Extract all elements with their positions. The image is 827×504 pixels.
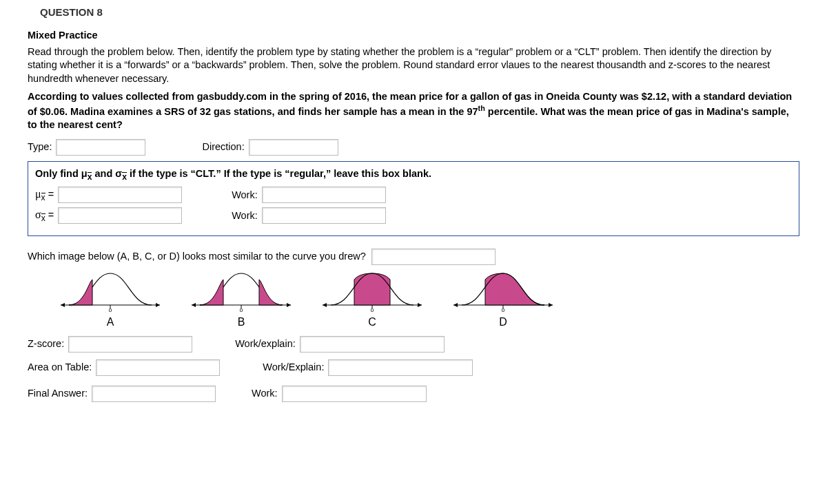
clt-header: Only find μx and σx if the type is “CLT.…: [35, 167, 792, 182]
curve-a-cell: 0 A: [55, 269, 165, 330]
final-input[interactable]: [92, 386, 216, 402]
sigma-xbar-label: σx =: [35, 207, 54, 224]
curve-d-cell: 0 D: [448, 269, 558, 330]
clt-box: Only find μx and σx if the type is “CLT.…: [28, 161, 799, 236]
final-work-label: Work:: [252, 387, 278, 401]
which-image-label: Which image below (A, B, C, or D) looks …: [28, 250, 366, 264]
svg-marker-11: [418, 303, 422, 307]
svg-marker-17: [453, 303, 458, 307]
zscore-work-input[interactable]: [300, 336, 445, 353]
direction-input[interactable]: [249, 139, 338, 156]
svg-text:0: 0: [371, 307, 374, 312]
area-work-input[interactable]: [328, 359, 473, 376]
svg-marker-2: [61, 303, 65, 307]
direction-label: Direction:: [202, 140, 244, 154]
curve-b-icon: 0: [186, 269, 296, 312]
type-input[interactable]: [56, 139, 145, 156]
curve-a-icon: 0: [55, 269, 165, 312]
section-title: Mixed Practice: [28, 29, 799, 43]
sigma-xbar-input[interactable]: [58, 207, 182, 224]
svg-text:0: 0: [502, 307, 505, 312]
curves-row: 0 A 0 B 0 C: [55, 269, 799, 330]
zscore-label: Z-score:: [28, 337, 64, 351]
sigma-work-label: Work:: [232, 209, 258, 223]
svg-marker-6: [287, 303, 291, 307]
final-label: Final Answer:: [28, 387, 88, 401]
svg-marker-12: [323, 303, 327, 307]
curve-b-cell: 0 B: [186, 269, 296, 330]
type-label: Type:: [28, 140, 52, 154]
svg-marker-7: [192, 303, 196, 307]
curve-c-label: C: [317, 315, 427, 330]
question-number: QUESTION 8: [40, 6, 799, 19]
sigma-work-input[interactable]: [262, 207, 386, 224]
curve-c-icon: 0: [317, 269, 427, 312]
curve-d-icon: 0: [448, 269, 558, 312]
curve-d-label: D: [448, 315, 558, 330]
curve-c-cell: 0 C: [317, 269, 427, 330]
curve-b-label: B: [186, 315, 296, 330]
area-work-label: Work/Explain:: [263, 361, 324, 375]
svg-text:0: 0: [240, 307, 243, 312]
svg-text:0: 0: [109, 307, 112, 312]
final-work-input[interactable]: [282, 386, 427, 402]
svg-marker-1: [156, 303, 160, 307]
mu-xbar-input[interactable]: [58, 187, 182, 203]
clt-header-p2: and σ: [92, 168, 122, 179]
instructions-text: Read through the problem below. Then, id…: [28, 45, 799, 86]
problem-text: According to values collected from gasbu…: [28, 90, 799, 133]
zscore-work-label: Work/explain:: [235, 337, 296, 351]
area-input[interactable]: [96, 359, 220, 376]
which-image-input[interactable]: [371, 249, 496, 265]
mu-work-input[interactable]: [262, 187, 386, 203]
zscore-input[interactable]: [68, 336, 192, 353]
curve-a-label: A: [55, 315, 165, 330]
mu-work-label: Work:: [232, 189, 258, 202]
area-label: Area on Table:: [28, 361, 92, 375]
clt-header-p3: if the type is “CLT.” If the type is “re…: [127, 168, 431, 179]
clt-header-p1: Only find μ: [35, 168, 88, 179]
problem-text-sup: th: [478, 104, 485, 112]
mu-xbar-label: μx =: [35, 187, 54, 203]
svg-marker-16: [549, 303, 553, 307]
